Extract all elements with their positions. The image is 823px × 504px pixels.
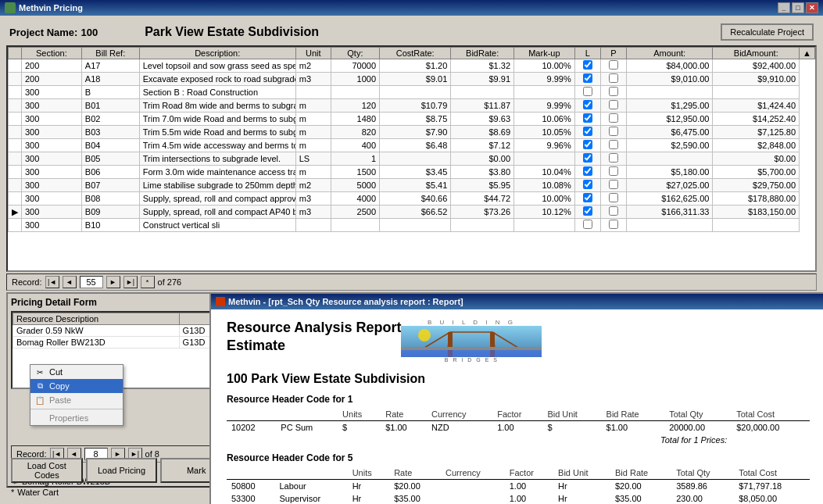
qty-cell: 1480: [331, 113, 379, 126]
l-checkbox-cell[interactable]: [574, 179, 600, 192]
cost-cell: $7.90: [380, 126, 451, 139]
list-item[interactable]: Bomag Roller BW213D G13D: [13, 337, 231, 349]
l-checkbox-cell[interactable]: [574, 113, 600, 126]
bid-cell: $1.32: [451, 59, 514, 73]
row-arrow: [9, 219, 22, 232]
p-checkbox-cell[interactable]: [600, 99, 626, 113]
l-checkbox-cell[interactable]: [574, 166, 600, 179]
cost-cell: $40.66: [380, 192, 451, 206]
p-checkbox-cell[interactable]: [600, 73, 626, 86]
maximize-button[interactable]: □: [792, 2, 804, 13]
l-checkbox-cell[interactable]: [574, 192, 600, 206]
record-current[interactable]: 55: [80, 276, 103, 288]
p-checkbox-cell[interactable]: [600, 139, 626, 152]
row-arrow: [9, 126, 22, 139]
table-row[interactable]: 300B01Trim Road 8m wide and berms to sub…: [9, 99, 815, 113]
p-checkbox-cell[interactable]: [600, 113, 626, 126]
rpt-col-rate: Rate: [381, 408, 427, 421]
row-arrow: [9, 99, 22, 113]
p-checkbox-cell[interactable]: [600, 166, 626, 179]
nav-new-button[interactable]: *: [141, 276, 155, 288]
table-row[interactable]: 300B04Trim 4.5m wide accessway and berms…: [9, 139, 815, 152]
table-row[interactable]: 300B03Trim 5.5m wide Road and berms to s…: [9, 126, 815, 139]
billref-cell: A17: [81, 59, 139, 73]
nav-prev-button[interactable]: ◄: [63, 276, 77, 288]
l-checkbox-cell[interactable]: [574, 99, 600, 113]
p-checkbox-cell[interactable]: [600, 179, 626, 192]
rpt2-totalcost: $71,797.18: [734, 480, 810, 493]
report-table-2: Units Rate Currency Factor Bid Unit Bid …: [227, 466, 810, 504]
report-content[interactable]: Resource Analysis Report Estimate B U I …: [211, 309, 823, 504]
context-cut[interactable]: ✂ Cut: [30, 365, 123, 379]
p-checkbox-cell[interactable]: [600, 192, 626, 206]
context-copy[interactable]: ⧉ Copy: [30, 379, 123, 393]
l-checkbox-cell[interactable]: [574, 152, 600, 166]
rpt2-bidrate-2: $35.00: [610, 492, 671, 504]
recalculate-button[interactable]: Recalculate Project: [721, 23, 814, 41]
amount-cell: $1,295.00: [626, 99, 713, 113]
l-checkbox-cell[interactable]: [574, 73, 600, 86]
table-row[interactable]: 200A18Excavate exposed rock to road subg…: [9, 73, 815, 86]
p-checkbox-cell[interactable]: [600, 206, 626, 219]
amount-cell: [626, 86, 713, 99]
desc-cell: Section B : Road Construction: [139, 86, 295, 99]
section-cell: 200: [22, 59, 82, 73]
p-checkbox-cell[interactable]: [600, 152, 626, 166]
bidamount-cell: $29,750.00: [713, 179, 800, 192]
p-checkbox-cell[interactable]: [600, 219, 626, 232]
p-checkbox-cell[interactable]: [600, 86, 626, 99]
desc-cell: Level topsoil and sow grass seed as spec…: [139, 59, 295, 73]
rpt-col-totalcost: Total Cost: [732, 408, 810, 421]
p-checkbox-cell[interactable]: [600, 126, 626, 139]
l-checkbox-cell[interactable]: [574, 126, 600, 139]
table-row[interactable]: 300B06Form 3.0m wide maintenance access …: [9, 166, 815, 179]
bidamount-cell: $9,910.00: [713, 73, 800, 86]
list-item[interactable]: * Water Cart: [11, 487, 232, 498]
qty-cell: 1: [331, 152, 379, 166]
billref-cell: B09: [81, 206, 139, 219]
amount-cell: $9,010.00: [626, 73, 713, 86]
col-qty: Qty:: [331, 48, 379, 59]
minimize-button[interactable]: _: [778, 2, 790, 13]
qty-cell: 1000: [331, 73, 379, 86]
table-row[interactable]: 300B07Lime stabilise subgrade to 250mm d…: [9, 179, 815, 192]
billref-cell: B07: [81, 179, 139, 192]
l-checkbox-cell[interactable]: [574, 59, 600, 73]
logo-text: B U I L D I N G: [428, 319, 516, 326]
table-row[interactable]: 200A17Level topsoil and sow grass seed a…: [9, 59, 815, 73]
table-row[interactable]: 300B02Trim 7.0m wide Road and berms to s…: [9, 113, 815, 126]
title-bar: Methvin Pricing _ □ ✕: [0, 0, 823, 16]
bid-cell: $9.63: [451, 113, 514, 126]
cost-cell: $3.45: [380, 166, 451, 179]
desc-cell: Supply, spread, roll and compact AP40 ba: [139, 206, 295, 219]
markup-cell: 10.00%: [514, 192, 575, 206]
resource-grid: Resource Description Grader 0.59 NkW G13…: [13, 313, 231, 349]
col-section: Section:: [22, 48, 82, 59]
load-pricing-button[interactable]: Load Pricing: [86, 458, 158, 483]
nav-next-button[interactable]: ►: [106, 276, 120, 288]
table-row[interactable]: 300BSection B : Road Construction: [9, 86, 815, 99]
l-checkbox-cell[interactable]: [574, 139, 600, 152]
p-checkbox-cell[interactable]: [600, 59, 626, 73]
load-cost-codes-button[interactable]: Load Cost Codes: [11, 458, 83, 483]
rpt-desc: PC Sum: [276, 421, 338, 434]
l-checkbox-cell[interactable]: [574, 206, 600, 219]
list-item[interactable]: Grader 0.59 NkW G13D: [13, 325, 231, 337]
unit-cell: [295, 219, 331, 232]
l-checkbox-cell[interactable]: [574, 219, 600, 232]
close-button[interactable]: ✕: [806, 2, 818, 13]
pricing-detail-form: Pricing Detail Form Resource Description…: [6, 292, 237, 488]
table-row[interactable]: 300B10Construct vertical sli: [9, 219, 815, 232]
table-row[interactable]: 300B08Supply, spread, roll and compact a…: [9, 192, 815, 206]
l-checkbox-cell[interactable]: [574, 86, 600, 99]
bottom-section: Pricing Detail Form Resource Description…: [6, 292, 817, 488]
nav-first-button[interactable]: |◄: [45, 276, 59, 288]
nav-last-button[interactable]: ►|: [123, 276, 138, 288]
table-row[interactable]: 300B05Trim intersections to subgrade lev…: [9, 152, 815, 166]
cost-cell: $1.20: [380, 59, 451, 73]
table-row[interactable]: ▶300B09Supply, spread, roll and compact …: [9, 206, 815, 219]
rpt2-unit: Hr: [348, 480, 389, 493]
billref-cell: B10: [81, 219, 139, 232]
properties-icon: [34, 412, 46, 424]
pricing-action-bar: Load Cost Codes Load Pricing Mark: [11, 458, 232, 483]
